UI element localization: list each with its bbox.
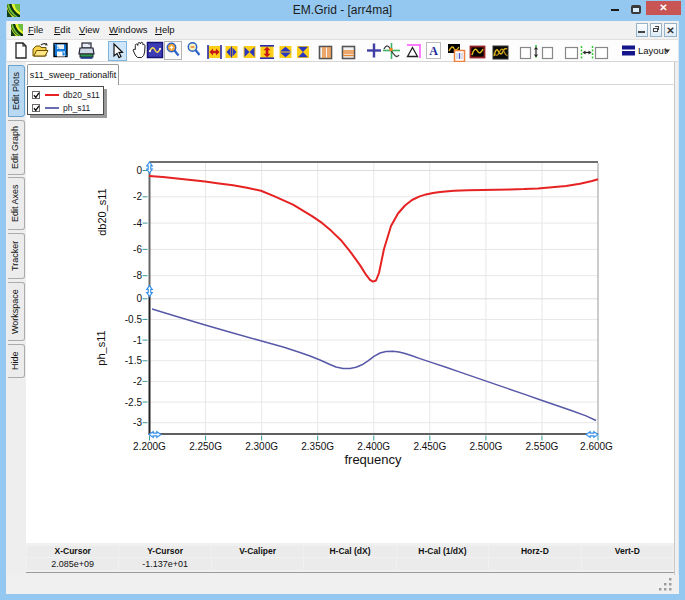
svg-text:2.450G: 2.450G [413, 441, 446, 452]
svg-text:0: 0 [136, 165, 142, 176]
svg-text:2.550G: 2.550G [526, 441, 559, 452]
svg-text:-8: -8 [133, 270, 142, 281]
svg-text:-3: -3 [133, 417, 142, 428]
svg-text:A: A [429, 44, 438, 58]
svg-text:ph_s11: ph_s11 [95, 330, 107, 365]
svg-text:-4: -4 [133, 218, 142, 229]
svg-text:-1.5: -1.5 [125, 355, 143, 366]
svg-text:-2: -2 [133, 376, 142, 387]
svg-text:frequency: frequency [344, 452, 402, 467]
svg-text:0: 0 [136, 293, 142, 304]
svg-text:-2: -2 [133, 191, 142, 202]
svg-text:2.400G: 2.400G [357, 441, 390, 452]
svg-text:-2.5: -2.5 [125, 397, 143, 408]
svg-text:2.250G: 2.250G [189, 441, 222, 452]
svg-text:-0.5: -0.5 [125, 314, 143, 325]
svg-text:2.500G: 2.500G [469, 441, 502, 452]
svg-text:-6: -6 [133, 244, 142, 255]
svg-text:2.300G: 2.300G [245, 441, 278, 452]
svg-text:2.200G: 2.200G [133, 441, 166, 452]
svg-text:2.350G: 2.350G [301, 441, 334, 452]
svg-text:db20_s11: db20_s11 [96, 188, 108, 236]
svg-text:2.600G: 2.600G [580, 441, 613, 452]
svg-text:-1: -1 [133, 335, 142, 346]
